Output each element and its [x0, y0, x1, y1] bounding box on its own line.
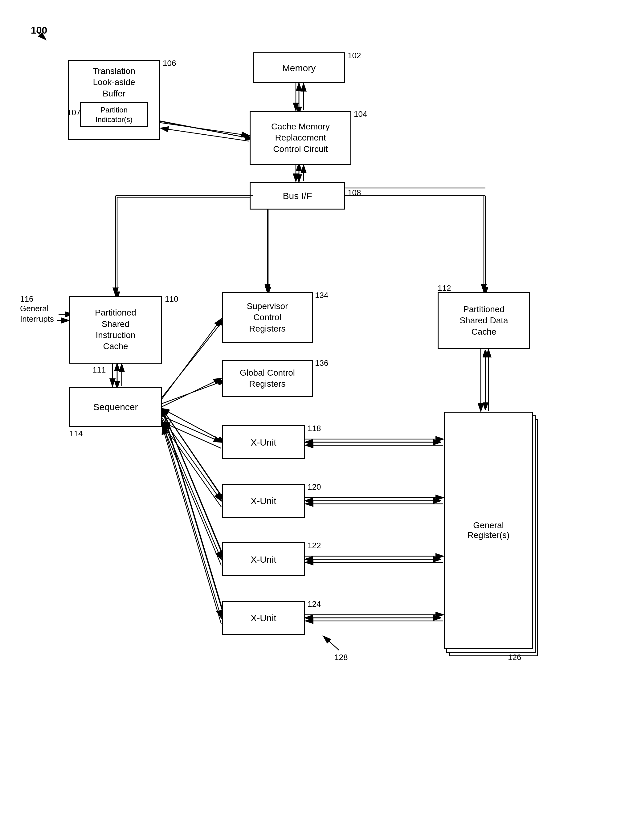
xunit4-box: X-Unit	[222, 601, 305, 635]
svg-line-56	[162, 422, 221, 448]
tlb-label: TranslationLook-asideBuffer	[93, 66, 135, 99]
svg-line-15	[162, 408, 224, 442]
svg-line-59	[162, 419, 221, 559]
partition-indicator-label: PartitionIndicator(s)	[95, 105, 133, 124]
memory-box: Memory	[253, 52, 345, 83]
part-shared-inst-cache-label: PartitionedSharedInstructionCache	[95, 307, 136, 352]
svg-line-54	[162, 378, 221, 407]
memory-ref: 102	[348, 51, 361, 61]
xunit3-ref: 122	[307, 541, 321, 550]
svg-line-7	[148, 119, 253, 139]
bus-if-box: Bus I/F	[250, 182, 345, 210]
xunit3-box: X-Unit	[222, 542, 305, 576]
general-interrupts-label: GeneralInterrupts	[20, 304, 54, 324]
supervisor-regs-box: SupervisorControlRegisters	[222, 292, 313, 343]
svg-line-21	[162, 408, 224, 618]
sequencer-ref: 114	[69, 429, 83, 439]
svg-line-73	[324, 636, 339, 650]
diagram-number: 100	[31, 25, 47, 36]
partition-indicator-box: PartitionIndicator(s)	[80, 102, 148, 127]
svg-line-19	[162, 408, 224, 559]
xunit1-ref: 118	[307, 424, 321, 433]
svg-line-62	[162, 427, 221, 624]
part-inst-cache-ref111: 111	[92, 365, 106, 375]
svg-line-60	[162, 425, 221, 565]
part-shared-data-cache-label: PartitionedShared DataCache	[459, 304, 508, 338]
supervisor-regs-ref: 134	[315, 291, 328, 300]
svg-line-16	[162, 409, 225, 442]
svg-line-22	[162, 409, 225, 618]
part-inst-cache-ref: 110	[165, 294, 178, 304]
svg-line-20	[162, 409, 225, 559]
cache-memory-ref: 104	[354, 109, 367, 119]
xunit1-label: X-Unit	[251, 436, 276, 448]
xunit2-box: X-Unit	[222, 484, 305, 518]
svg-line-17	[162, 408, 224, 501]
svg-line-18	[162, 409, 225, 501]
xunit4-ref: 124	[307, 599, 321, 609]
gen-int-ref: 116	[20, 294, 33, 304]
global-regs-box: Global ControlRegisters	[222, 360, 313, 397]
supervisor-regs-label: SupervisorControlRegisters	[247, 301, 288, 334]
xunit3-label: X-Unit	[251, 554, 276, 565]
cache-memory-label: Cache MemoryReplacementControl Circuit	[271, 121, 330, 155]
xunit2-label: X-Unit	[251, 495, 276, 507]
svg-line-6	[148, 119, 252, 139]
global-regs-label: Global ControlRegisters	[240, 367, 295, 390]
part-shared-inst-cache-box: PartitionedSharedInstructionCache	[69, 296, 162, 363]
bus-if-label: Bus I/F	[283, 190, 312, 202]
ref128-label: 128	[335, 653, 348, 662]
svg-line-44	[161, 128, 249, 141]
svg-line-33	[162, 319, 224, 398]
svg-line-57	[162, 418, 221, 501]
part-shared-data-cache-box: PartitionedShared DataCache	[438, 292, 530, 349]
bus-if-ref: 108	[348, 188, 361, 198]
tlb-ref: 106	[163, 59, 176, 68]
svg-line-53	[162, 319, 221, 399]
tlb-box: TranslationLook-asideBuffer PartitionInd…	[68, 60, 160, 140]
part-data-cache-ref: 112	[438, 283, 451, 293]
svg-line-34	[162, 381, 224, 404]
cache-memory-box: Cache MemoryReplacementControl Circuit	[250, 111, 351, 165]
global-regs-ref: 136	[315, 359, 328, 368]
gen-reg-box: GeneralRegister(s)	[444, 412, 533, 649]
svg-line-55	[162, 416, 221, 442]
svg-line-61	[162, 421, 221, 618]
memory-label: Memory	[282, 62, 316, 74]
gen-reg-ref: 126	[508, 653, 521, 662]
partition-indicator-ref: 107	[67, 108, 80, 117]
sequencer-box: Sequencer	[69, 387, 162, 427]
xunit4-label: X-Unit	[251, 612, 276, 624]
svg-line-58	[162, 424, 221, 507]
xunit1-box: X-Unit	[222, 425, 305, 459]
diagram-container: 100 Memory 102 Cache MemoryReplacementCo…	[0, 0, 621, 840]
svg-line-43	[160, 123, 249, 136]
sequencer-label: Sequencer	[93, 401, 138, 413]
gen-reg-label: GeneralRegister(s)	[468, 521, 510, 540]
xunit2-ref: 120	[307, 482, 321, 492]
